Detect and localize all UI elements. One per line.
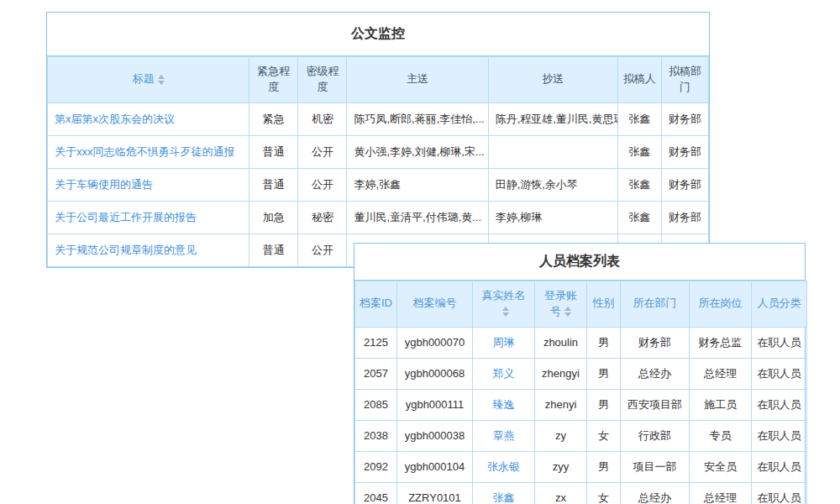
- cell-drafter: 张鑫: [617, 102, 661, 135]
- cell-login-account: zhengyi: [535, 358, 587, 389]
- cell-real-name: 周琳: [473, 327, 535, 358]
- cell-gender: 男: [587, 327, 621, 358]
- title-link[interactable]: 关于规范公司规章制度的意见: [55, 244, 197, 256]
- cell-secrecy: 公开: [298, 168, 347, 201]
- cell-position: 总经理: [690, 358, 752, 389]
- cell-archive-id: 2092: [355, 451, 397, 482]
- cell-main-to: 陈巧凤,断郎,蒋丽,李佳怡,...: [347, 102, 488, 135]
- document-monitor-title: 公文监控: [47, 13, 709, 56]
- sort-icon[interactable]: [158, 75, 165, 85]
- title-link[interactable]: 关于xxx同志临危不惧勇斗歹徒的通报: [55, 145, 235, 158]
- column-label-archive-no: 档案编号: [413, 297, 457, 309]
- column-label-urgency: 紧急程度: [257, 65, 290, 93]
- cell-main-to: 黄小强,李婷,刘健,柳琳,宋...: [347, 135, 488, 168]
- cell-archive-no: ZZRY0101: [397, 482, 473, 504]
- cell-urgency: 普通: [249, 168, 298, 201]
- cell-draft-dept: 财务部: [661, 135, 708, 168]
- cell-title: 第x届第x次股东会的决议: [48, 102, 249, 135]
- table-row: 2092ygbh000104张永银zyy男项目一部安全员在职人员: [355, 451, 807, 482]
- table-row: 第x届第x次股东会的决议紧急机密陈巧凤,断郎,蒋丽,李佳怡,...陈丹,程亚雄,…: [48, 102, 709, 135]
- personnel-table-body: 2125ygbh000070周琳zhoulin男财务部财务总监在职人员2057y…: [355, 327, 807, 504]
- real-name-link[interactable]: 郑义: [493, 367, 515, 380]
- cell-archive-no: ygbh000111: [397, 389, 473, 420]
- cell-cc: 陈丹,程亚雄,董川民,黄思璐...: [488, 102, 617, 135]
- cell-draft-dept: 财务部: [661, 168, 708, 201]
- title-link[interactable]: 关于车辆使用的通告: [55, 178, 153, 191]
- cell-archive-id: 2045: [355, 482, 397, 504]
- cell-real-name: 臻逸: [473, 389, 535, 420]
- cell-archive-no: ygbh000068: [397, 358, 473, 389]
- column-header-archive-no: 档案编号: [397, 281, 473, 328]
- cell-urgency: 普通: [249, 234, 298, 266]
- cell-login-account: zy: [535, 420, 587, 451]
- cell-drafter: 张鑫: [617, 135, 661, 168]
- cell-archive-no: ygbh000038: [397, 420, 473, 451]
- personnel-table-header: 档案ID档案编号真实姓名登录账号性别所在部门所在岗位人员分类: [355, 281, 807, 328]
- cell-real-name: 张鑫: [473, 482, 535, 504]
- cell-category: 在职人员: [752, 358, 807, 389]
- column-label-draft-dept: 拟稿部门: [669, 65, 701, 93]
- cell-archive-id: 2038: [355, 420, 397, 451]
- column-header-real-name[interactable]: 真实姓名: [473, 281, 535, 328]
- cell-title: 关于车辆使用的通告: [48, 168, 249, 201]
- header-row: 档案ID档案编号真实姓名登录账号性别所在部门所在岗位人员分类: [355, 281, 807, 328]
- cell-category: 在职人员: [752, 482, 807, 504]
- personnel-archive-table: 档案ID档案编号真实姓名登录账号性别所在部门所在岗位人员分类 2125ygbh0…: [354, 281, 807, 504]
- cell-urgency: 普通: [249, 135, 298, 168]
- cell-secrecy: 秘密: [298, 201, 347, 234]
- cell-position: 总经理: [690, 482, 752, 504]
- cell-urgency: 紧急: [249, 102, 298, 135]
- cell-archive-id: 2085: [355, 389, 397, 420]
- cell-position: 专员: [690, 420, 752, 451]
- column-header-draft-dept: 拟稿部门: [661, 57, 708, 103]
- real-name-link[interactable]: 张鑫: [493, 491, 515, 504]
- personnel-archive-panel: 人员档案列表 档案ID档案编号真实姓名登录账号性别所在部门所在岗位人员分类 21…: [354, 243, 806, 504]
- cell-secrecy: 公开: [298, 135, 347, 168]
- column-header-main-to: 主送: [347, 57, 488, 103]
- column-header-login-account[interactable]: 登录账号: [535, 281, 587, 328]
- cell-main-to: 董川民,童清平,付伟璐,黄...: [347, 201, 488, 234]
- real-name-link[interactable]: 周琳: [493, 336, 515, 349]
- personnel-archive-title: 人员档案列表: [354, 244, 805, 281]
- real-name-link[interactable]: 章燕: [493, 429, 515, 442]
- title-link[interactable]: 关于公司最近工作开展的报告: [55, 211, 197, 223]
- column-header-cc: 抄送: [488, 57, 617, 103]
- cell-draft-dept: 财务部: [661, 102, 708, 135]
- real-name-link[interactable]: 臻逸: [493, 398, 515, 411]
- cell-gender: 男: [587, 451, 621, 482]
- sort-icon[interactable]: [564, 307, 571, 317]
- cell-cc: 李婷,柳琳: [488, 201, 617, 234]
- cell-secrecy: 公开: [298, 234, 347, 266]
- column-header-title[interactable]: 标题: [48, 57, 249, 103]
- table-row: 关于车辆使用的通告普通公开李婷,张鑫田静,游恢,余小琴张鑫财务部: [48, 168, 709, 201]
- table-row: 2085ygbh000111臻逸zhenyi男西安项目部施工员在职人员: [355, 389, 807, 420]
- column-label-cc: 抄送: [542, 72, 564, 85]
- cell-cc: 田静,游恢,余小琴: [488, 168, 617, 201]
- cell-login-account: zyy: [535, 451, 587, 482]
- column-label-department: 所在部门: [633, 297, 677, 309]
- cell-drafter: 张鑫: [617, 168, 661, 201]
- cell-department: 财务部: [621, 327, 690, 358]
- sort-icon[interactable]: [502, 307, 509, 317]
- cell-department: 西安项目部: [621, 389, 690, 420]
- column-header-urgency: 紧急程度: [249, 57, 298, 103]
- cell-main-to: 李婷,张鑫: [347, 168, 488, 201]
- column-header-position: 所在岗位: [690, 281, 752, 328]
- cell-cc: [488, 135, 617, 168]
- cell-position: 安全员: [690, 451, 752, 482]
- cell-title: 关于规范公司规章制度的意见: [48, 234, 249, 266]
- table-row: 2045ZZRY0101张鑫zx女总经办总经理在职人员: [355, 482, 807, 504]
- cell-position: 施工员: [690, 389, 752, 420]
- column-label-real-name: 真实姓名: [482, 289, 526, 302]
- cell-category: 在职人员: [752, 420, 807, 451]
- title-link[interactable]: 第x届第x次股东会的决议: [55, 113, 175, 125]
- column-label-category: 人员分类: [758, 297, 801, 309]
- real-name-link[interactable]: 张永银: [487, 460, 520, 473]
- cell-gender: 女: [587, 420, 621, 451]
- cell-title: 关于公司最近工作开展的报告: [48, 201, 249, 234]
- document-table-body: 第x届第x次股东会的决议紧急机密陈巧凤,断郎,蒋丽,李佳怡,...陈丹,程亚雄,…: [48, 102, 709, 266]
- column-label-login-account: 登录账号: [544, 289, 577, 318]
- cell-category: 在职人员: [752, 327, 807, 358]
- document-monitor-table: 标题紧急程度密级程度主送抄送拟稿人拟稿部门 第x届第x次股东会的决议紧急机密陈巧…: [47, 56, 709, 267]
- cell-gender: 女: [587, 482, 621, 504]
